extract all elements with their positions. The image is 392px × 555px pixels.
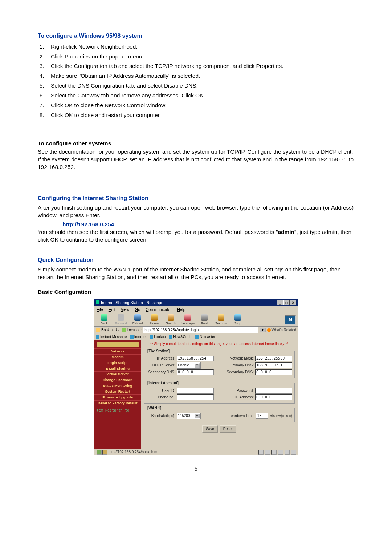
location-bar: Bookmarks Location: http://192.168.0.254…	[94, 327, 298, 334]
lookup-icon	[150, 335, 153, 339]
select-baud[interactable]: 115200▼	[177, 413, 201, 419]
input-tear[interactable]: 10	[256, 413, 268, 419]
pb-newcool[interactable]: New&Cool	[173, 335, 190, 339]
close-button[interactable]: ×	[290, 300, 296, 305]
select-baud-value: 115200	[178, 413, 190, 418]
input-sdns1[interactable]: 0.0.0.0	[177, 369, 214, 375]
stop-button[interactable]: Stop	[229, 314, 246, 325]
label-sdns2: Secondary DNS:	[225, 370, 255, 375]
other-systems-body: See the documentation for your operating…	[38, 148, 354, 171]
sidebar-item-change-password[interactable]: Change Password	[94, 377, 141, 383]
step-item: Click the Configuration tab and select t…	[46, 61, 354, 71]
heading-quick-config: Quick Configuration	[38, 256, 354, 264]
status-icon	[97, 450, 102, 455]
sidebar-item-modem[interactable]: Modem	[94, 354, 141, 360]
menu-go[interactable]: Go	[135, 307, 140, 312]
input-pass[interactable]	[255, 388, 292, 394]
internet-icon	[130, 335, 134, 339]
save-button[interactable]: Save	[202, 425, 218, 433]
search-button[interactable]: Search	[163, 314, 179, 325]
input-user[interactable]	[177, 388, 214, 394]
tb-label: Forward	[115, 321, 127, 325]
label-sdns1: Secondary DNS:	[146, 370, 177, 375]
netcaster-icon	[195, 335, 199, 339]
label-tear-unit: minutes(0–480)	[269, 414, 292, 418]
bookmarks-icon	[96, 328, 100, 332]
minimize-button[interactable]: _	[277, 300, 283, 305]
menu-communicator[interactable]: Communicator	[146, 307, 172, 312]
search-icon	[168, 314, 174, 321]
instruction-banner: ** Simply complete all of settings on th…	[144, 341, 295, 347]
input-pdns[interactable]: 168.95.192.1	[255, 362, 292, 368]
statusbar-icon[interactable]	[278, 450, 283, 455]
config-url-link[interactable]: http://192.168.0.254	[62, 221, 114, 227]
stop-icon	[234, 314, 241, 321]
back-icon	[101, 314, 107, 321]
print-button[interactable]: Print	[196, 314, 213, 325]
label-tear: Teardown Time:	[225, 413, 256, 418]
step-item: Select the Gateway tab and remove any ad…	[46, 91, 354, 101]
sidebar-item-network[interactable]: Network	[94, 348, 141, 354]
menu-view[interactable]: View	[121, 307, 130, 312]
tb-label: Search	[166, 321, 176, 325]
menu-help[interactable]: Help	[177, 307, 185, 312]
sidebar-item-virtual-server[interactable]: Virtual Server	[94, 371, 141, 377]
print-icon	[201, 314, 208, 321]
input-sdns2[interactable]: 0.0.0.0	[255, 369, 292, 375]
sidebar-item-login-script[interactable]: Login Script	[94, 360, 141, 366]
label-ip: IP Address:	[146, 356, 177, 361]
label-dhcp: DHCP Server:	[146, 363, 177, 368]
status-text: http://192.168.0.254/basic.htm	[109, 450, 158, 455]
statusbar-icon[interactable]	[258, 450, 264, 455]
pb-netcaster[interactable]: Netcaster	[200, 335, 215, 339]
home-button[interactable]: Home	[146, 314, 163, 325]
step-item: Click OK to close and restart your compu…	[46, 110, 354, 120]
label-ip2: IP Address:	[225, 395, 255, 400]
back-button[interactable]: Back	[96, 314, 113, 325]
security-button[interactable]: Security	[213, 314, 229, 325]
tb-label: Reload	[132, 321, 143, 325]
tb-label: Netscape	[181, 321, 195, 325]
whats-related-button[interactable]: What's Related	[267, 328, 297, 333]
pb-lookup[interactable]: Lookup	[154, 335, 166, 339]
forward-button[interactable]: Forward	[113, 314, 129, 325]
statusbar-icon[interactable]	[265, 450, 270, 455]
sidebar-item-reset-factory[interactable]: Reset to Factory Default	[94, 400, 141, 406]
sidebar-truncated-text: tem Restart" to	[94, 406, 141, 413]
pb-internet[interactable]: Internet	[134, 335, 147, 339]
netscape-icon	[184, 314, 191, 321]
netscape-button[interactable]: Netscape	[179, 314, 196, 325]
location-dropdown[interactable]: ▼	[260, 328, 266, 333]
location-input[interactable]: http://192.168.0.254/update_login	[143, 327, 258, 333]
select-dhcp[interactable]: Enable▼	[177, 362, 201, 369]
menu-edit[interactable]: Edit	[109, 307, 115, 312]
location-icon	[122, 328, 126, 332]
input-mask[interactable]: 255.255.255.0	[255, 356, 292, 361]
pb-instant-message[interactable]: Instant Message	[100, 335, 127, 339]
reload-button[interactable]: Reload	[129, 314, 146, 325]
statusbar-icon[interactable]	[285, 450, 290, 455]
sidebar-item-email-sharing[interactable]: E-Mail Sharing	[94, 366, 141, 372]
sidebar-item-status-monitoring[interactable]: Status Monitoring	[94, 383, 141, 389]
reset-button[interactable]: Reset	[220, 425, 236, 433]
input-ip2[interactable]: 0.0.0.0	[255, 394, 292, 400]
quick-config-body: Simply connect modem to the WAN 1 port o…	[38, 266, 354, 281]
forward-icon	[118, 314, 124, 321]
statusbar-icon[interactable]	[291, 450, 296, 455]
heading-other-systems: To configure other systems	[38, 140, 354, 147]
sidebar-item-system-restart[interactable]: System Restart	[94, 389, 141, 394]
input-phone[interactable]	[177, 394, 214, 400]
group-wan-legend: [WAN 1]	[146, 406, 162, 411]
heading-win9598: To configure a Windows 95/98 system	[38, 32, 354, 40]
bookmarks-button[interactable]: Bookmarks	[101, 328, 119, 333]
sidebar-item-firmware-upgrade[interactable]: Firmware Upgrade	[94, 394, 141, 400]
maximize-button[interactable]: □	[283, 300, 290, 305]
group-account: [Internet Account] User ID: Password: Ph…	[144, 381, 295, 404]
button-bar: Save Reset	[144, 425, 295, 433]
statusbar-icon[interactable]	[271, 450, 277, 455]
group-station: [The Station] IP Address: 192.168.0.254 …	[144, 349, 295, 379]
menubar: File Edit View Go Communicator Help	[94, 306, 298, 313]
menu-file[interactable]: File	[97, 307, 103, 312]
tb-label: Home	[150, 321, 159, 325]
input-ip[interactable]: 192.168.0.254	[177, 356, 214, 361]
